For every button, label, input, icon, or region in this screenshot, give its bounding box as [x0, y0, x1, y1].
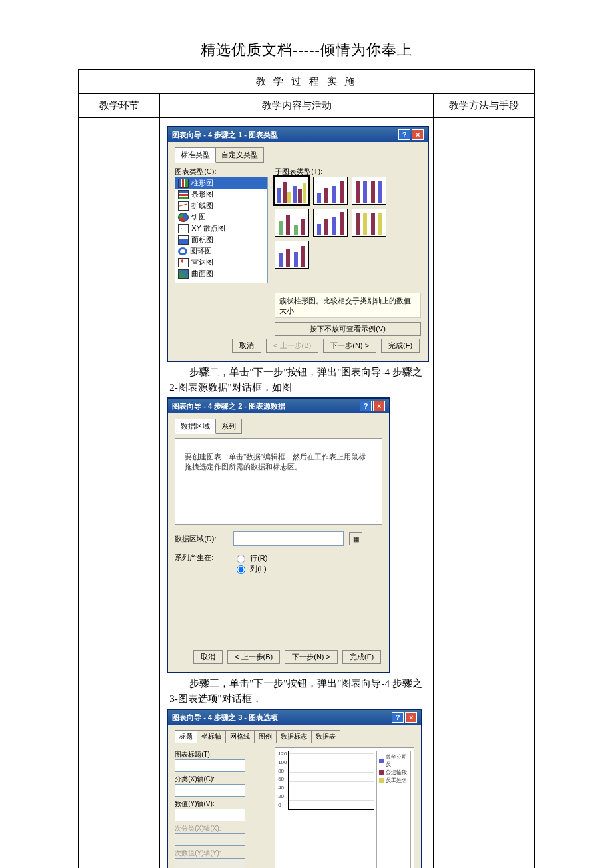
subtype-thumb[interactable] — [313, 209, 348, 237]
list-item: 条形图 — [175, 189, 267, 200]
col-header-2: 教学内容与活动 — [160, 94, 434, 118]
radar-chart-icon — [178, 258, 189, 267]
list-item: XY 散点图 — [175, 223, 267, 234]
val-y2-input — [175, 858, 245, 868]
preview-sample-button[interactable]: 按下不放可查看示例(V) — [275, 322, 421, 336]
chart-preview: 120 100 80 60 40 20 0 — [275, 747, 414, 868]
tab-custom[interactable]: 自定义类型 — [215, 147, 264, 163]
step-2-text: 步骤二，单击"下一步"按钮，弹出"图表向导-4 步骤之 2-图表源数据"对话框，… — [169, 365, 429, 395]
list-item: 曲面图 — [175, 268, 267, 279]
cancel-button[interactable]: 取消 — [193, 650, 223, 664]
tab-series[interactable]: 系列 — [215, 419, 242, 434]
finish-button[interactable]: 完成(F) — [342, 650, 381, 664]
radio-rows[interactable] — [237, 555, 245, 563]
subtype-thumb[interactable] — [352, 209, 386, 237]
scatter-chart-icon — [178, 224, 189, 233]
tab-datalabels[interactable]: 数据标志 — [276, 730, 312, 743]
dialog-title: 图表向导 - 4 步骤之 3 - 图表选项 — [172, 713, 278, 723]
cell-content: 图表向导 - 4 步骤之 1 - 图表类型 ? × 标准类型 自定义类型 — [160, 118, 434, 869]
next-button[interactable]: 下一步(N) > — [323, 339, 376, 353]
close-icon[interactable]: × — [405, 712, 417, 723]
range-picker-icon[interactable]: ▦ — [349, 532, 362, 545]
chart-type-list[interactable]: 柱形图 条形图 折线图 饼图 XY 散点图 面积图 圆环图 雷达图 — [175, 177, 268, 283]
subtype-thumb[interactable] — [275, 241, 309, 269]
tab-legend[interactable]: 图例 — [254, 730, 277, 743]
tab-axes[interactable]: 坐标轴 — [197, 730, 226, 743]
val-y-input[interactable] — [175, 809, 245, 821]
next-button[interactable]: 下一步(N) > — [285, 650, 338, 664]
section-title: 教 学 过 程 实 施 — [79, 70, 535, 94]
surface-chart-icon — [178, 269, 189, 279]
cat-x-input[interactable] — [175, 784, 245, 797]
label-cat-x: 分类(X)轴(C): — [175, 775, 268, 784]
chart-legend: 菁华公司员 公运输段 员工姓名 — [376, 751, 411, 868]
label-val-y2: 次数值(Y)轴(Y): — [175, 849, 268, 858]
subtype-thumb[interactable] — [313, 177, 348, 205]
radio-cols[interactable] — [237, 565, 245, 574]
chart-wizard-step2: 图表向导 - 4 步骤之 2 - 图表源数据 ? × 数据区域 系列 — [167, 397, 390, 673]
cat-x2-input — [175, 833, 245, 846]
list-item: 面积图 — [175, 234, 267, 245]
chart-title-input[interactable] — [175, 759, 245, 772]
step-3-text: 步骤三，单击"下一步"按钮，弹出"图表向导-4 步骤之 3-图表选项"对话框， — [169, 676, 429, 706]
page-header: 精选优质文档-----倾情为你奉上 — [0, 40, 613, 60]
bar-chart-icon — [178, 190, 189, 199]
area-chart-icon — [178, 235, 189, 245]
help-icon[interactable]: ? — [392, 712, 404, 723]
tab-titles[interactable]: 标题 — [175, 730, 197, 743]
data-range-input[interactable] — [233, 531, 344, 546]
back-button: < 上一步(B) — [266, 339, 318, 353]
close-icon[interactable]: × — [373, 401, 385, 411]
dialog-title: 图表向导 - 4 步骤之 1 - 图表类型 — [172, 130, 278, 140]
y-axis-ticks: 120 100 80 60 40 20 0 — [278, 751, 288, 808]
list-item: 柱形图 — [175, 177, 267, 189]
help-icon[interactable]: ? — [360, 401, 372, 411]
cell-stage — [79, 118, 160, 869]
label-cat-x2: 次分类(X)轴(X): — [175, 824, 268, 833]
donut-chart-icon — [178, 247, 187, 255]
cancel-button[interactable]: 取消 — [232, 339, 261, 353]
finish-button[interactable]: 完成(F) — [381, 339, 420, 353]
label-subtype: 子图表类型(T): — [275, 167, 421, 177]
col-header-3: 教学方法与手段 — [434, 94, 535, 118]
subtype-thumb[interactable] — [275, 209, 309, 237]
tab-datatable[interactable]: 数据表 — [311, 730, 340, 743]
chart-wizard-step1: 图表向导 - 4 步骤之 1 - 图表类型 ? × 标准类型 自定义类型 — [167, 126, 429, 362]
pie-chart-icon — [178, 213, 189, 222]
label-val-y: 数值(Y)轴(V): — [175, 799, 268, 809]
lesson-table: 教 学 过 程 实 施 教学环节 教学内容与活动 教学方法与手段 图表向导 - … — [78, 69, 535, 868]
list-item: 圆环图 — [175, 245, 267, 257]
tab-standard[interactable]: 标准类型 — [175, 147, 216, 163]
column-chart-icon — [178, 179, 189, 188]
dialog-title: 图表向导 - 4 步骤之 2 - 图表源数据 — [172, 401, 285, 411]
list-item: 饼图 — [175, 211, 267, 223]
list-item: 雷达图 — [175, 257, 267, 268]
line-chart-icon — [178, 201, 189, 211]
subtype-thumb[interactable] — [275, 177, 309, 205]
subtype-description: 簇状柱形图。比较相交于类别轴上的数值大小 — [275, 293, 421, 318]
list-item: 折线图 — [175, 200, 267, 211]
subtype-thumb[interactable] — [352, 177, 386, 205]
close-icon[interactable]: × — [412, 129, 424, 140]
label-chart-type: 图表类型(C): — [175, 167, 268, 177]
label-chart-title: 图表标题(T): — [175, 750, 268, 759]
hint-text: 要创建图表，单击"数据"编辑框，然后在工作表上用鼠标拖拽选定作图所需的数据和标志… — [185, 452, 372, 472]
back-button[interactable]: < 上一步(B) — [227, 650, 280, 664]
label-data-range: 数据区域(D): — [175, 534, 228, 544]
cell-methods — [434, 118, 535, 869]
chart-wizard-step3: 图表向导 - 4 步骤之 3 - 图表选项 ? × 标题 坐标轴 网格线 — [167, 709, 422, 868]
tab-gridlines[interactable]: 网格线 — [225, 730, 255, 743]
help-icon[interactable]: ? — [398, 129, 410, 140]
label-series-in: 系列产生在: — [175, 553, 228, 563]
tab-data-range[interactable]: 数据区域 — [175, 419, 216, 434]
preview-area: 要创建图表，单击"数据"编辑框，然后在工作表上用鼠标拖拽选定作图所需的数据和标志… — [175, 438, 382, 525]
subtype-grid — [275, 177, 421, 269]
col-header-1: 教学环节 — [79, 94, 160, 118]
